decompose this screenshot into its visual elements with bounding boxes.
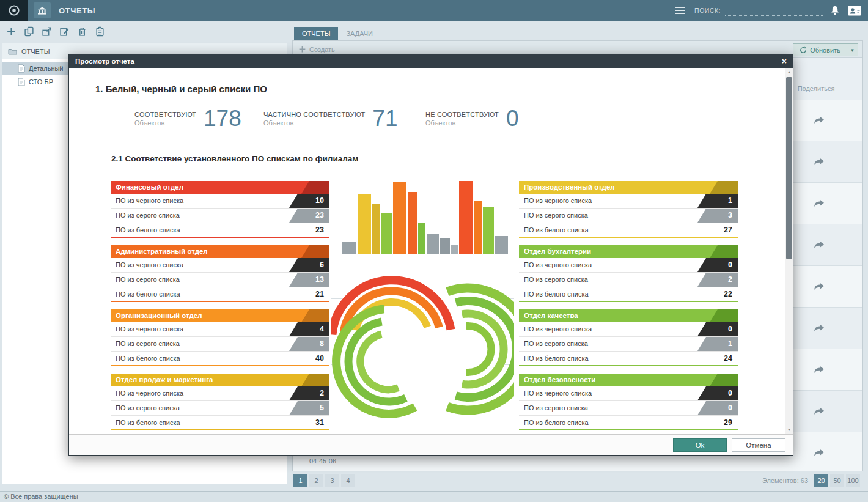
dept-value-gray: 13 — [289, 273, 329, 287]
dept-row: ПО из белого списка21 — [111, 287, 329, 302]
share-arrow-icon[interactable] — [813, 199, 825, 208]
share-arrow-icon[interactable] — [813, 365, 825, 374]
departments-column-right: Производственный отдел ПО из черного спи… — [519, 181, 738, 434]
dept-value-white: 24 — [697, 352, 738, 365]
dept-row: ПО из черного списка0 — [519, 386, 738, 401]
menu-icon[interactable] — [672, 4, 688, 17]
tab-reports[interactable]: ОТЧЕТЫ — [294, 27, 338, 40]
dept-row: ПО из серого списка0 — [519, 401, 738, 416]
dept-title: Отдел безопасности — [524, 376, 595, 383]
paste-icon[interactable] — [94, 26, 106, 37]
app-header: ОТЧЕТЫ ПОИСК: — [0, 0, 868, 21]
app-logo[interactable] — [0, 0, 28, 21]
stat-label: ЧАСТИЧНО СООТВЕТСТВУЮТ — [263, 111, 365, 118]
dept-title: Организационный отдел — [116, 312, 202, 319]
add-icon[interactable] — [6, 26, 17, 37]
share-arrow-icon[interactable] — [813, 448, 825, 457]
page-button-4[interactable]: 4 — [341, 474, 355, 487]
dialog-footer: Ok Отмена — [69, 434, 793, 455]
create-button-label: Создать — [309, 46, 335, 53]
dept-title: Отдел качества — [524, 312, 578, 319]
dept-value-gray: 2 — [697, 273, 738, 287]
city-infographic — [331, 174, 514, 434]
stat-value: 0 — [506, 107, 519, 130]
search-input[interactable] — [725, 6, 823, 16]
dialog-title: Просмотр отчета — [75, 57, 134, 65]
share-arrow-icon[interactable] — [813, 323, 825, 333]
row-time-text: 04-45-06 — [309, 457, 336, 465]
refresh-dropdown-arrow[interactable]: ▾ — [847, 43, 858, 56]
dept-title: Отдел бухгалтерии — [524, 248, 591, 255]
contacts-icon[interactable] — [847, 5, 862, 17]
dept-row: ПО из серого списка13 — [111, 273, 329, 287]
scrollbar-thumb[interactable] — [786, 77, 792, 259]
dept-row: ПО из серого списка3 — [519, 209, 738, 223]
bank-icon[interactable] — [34, 2, 51, 18]
status-bar: © Все права защищены — [0, 491, 868, 502]
share-arrow-icon[interactable] — [813, 282, 825, 291]
dialog-scrollbar[interactable]: ▲ ▼ — [785, 68, 793, 434]
dept-row: ПО из серого списка5 — [111, 401, 329, 416]
dept-table-organizational: Организационный отдел ПО из черного спис… — [111, 309, 329, 366]
share-arrow-icon[interactable] — [813, 116, 825, 125]
stat-sublabel: Объектов — [263, 119, 365, 127]
dept-value-black: 1 — [697, 194, 738, 208]
dept-header: Отдел безопасности — [519, 374, 738, 386]
page-button-1[interactable]: 1 — [293, 474, 307, 487]
tree-item-label: СТО БР — [29, 78, 53, 86]
page-size-50[interactable]: 50 — [830, 474, 844, 487]
dept-value-white: 27 — [697, 223, 738, 237]
report-heading-2: 2.1 Соответствие установленного ПО списк… — [111, 154, 358, 163]
scroll-up-icon[interactable]: ▲ — [785, 68, 793, 76]
dept-row: ПО из черного списка1 — [519, 194, 738, 209]
share-column-header: Поделиться — [784, 85, 848, 92]
dept-header: Административный отдел — [111, 245, 329, 258]
page-size-100[interactable]: 100 — [846, 474, 860, 487]
dept-row: ПО из белого списка29 — [519, 416, 738, 430]
copy-icon[interactable] — [23, 26, 35, 37]
dept-value-black: 10 — [289, 194, 329, 208]
stat-compliant: СООТВЕТСТВУЮТОбъектов 178 — [134, 107, 241, 130]
right-arc-chart — [447, 288, 514, 410]
scroll-down-icon[interactable]: ▼ — [785, 426, 793, 434]
page-size-20[interactable]: 20 — [814, 474, 828, 487]
delete-icon[interactable] — [76, 26, 88, 37]
ok-button[interactable]: Ok — [673, 438, 727, 452]
share-arrow-icon[interactable] — [813, 157, 825, 166]
dept-table-accounting: Отдел бухгалтерии ПО из черного списка0 … — [519, 245, 738, 302]
dept-table-security: Отдел безопасности ПО из черного списка0… — [519, 374, 738, 430]
dept-row: ПО из белого списка22 — [519, 287, 738, 302]
dept-value-black: 2 — [289, 386, 329, 400]
document-icon — [18, 64, 25, 73]
document-icon — [18, 78, 25, 86]
dept-value-gray: 0 — [697, 401, 738, 415]
dept-header: Отдел бухгалтерии — [519, 245, 738, 258]
share-arrow-icon[interactable] — [813, 407, 825, 416]
dept-row: ПО из черного списка4 — [111, 322, 329, 337]
refresh-button-label: Обновить — [810, 46, 840, 54]
departments-column-left: Финансовый отдел ПО из черного списка10 … — [111, 181, 329, 434]
refresh-button[interactable]: Обновить — [793, 43, 847, 56]
dept-value-black: 4 — [289, 322, 329, 336]
page-button-3[interactable]: 3 — [325, 474, 339, 487]
dept-header: Организационный отдел — [111, 309, 329, 322]
export-icon[interactable] — [41, 26, 53, 37]
stat-label: НЕ СООТВЕТСТВУЮТ — [425, 111, 499, 118]
page-title: ОТЧЕТЫ — [59, 6, 95, 15]
dept-row: ПО из серого списка2 — [519, 273, 738, 287]
page-button-2[interactable]: 2 — [309, 474, 323, 487]
dept-value-gray: 1 — [697, 337, 738, 351]
dept-row: ПО из черного списка6 — [111, 258, 329, 273]
dept-row: ПО из белого списка40 — [111, 352, 329, 366]
tab-tasks[interactable]: ЗАДАЧИ — [338, 27, 381, 40]
dept-row: ПО из белого списка24 — [519, 352, 738, 366]
bell-icon[interactable] — [829, 5, 840, 17]
create-button[interactable]: Создать — [298, 45, 335, 53]
share-arrow-icon[interactable] — [813, 240, 825, 249]
edit-icon[interactable] — [59, 26, 70, 37]
cancel-button[interactable]: Отмена — [732, 438, 785, 452]
dept-value-gray: 23 — [289, 209, 329, 223]
dept-header: Отдел качества — [519, 309, 738, 322]
close-icon[interactable]: × — [782, 57, 787, 65]
items-count-label: Элементов: 63 — [762, 477, 808, 484]
